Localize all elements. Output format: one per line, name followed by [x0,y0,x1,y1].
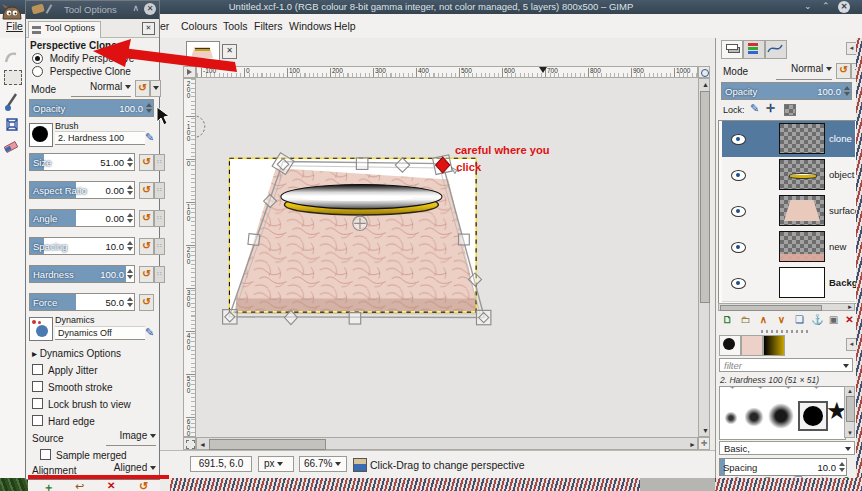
scroll-right-icon[interactable]: ► [689,439,696,450]
tab-layers[interactable] [721,40,743,59]
opacity-spinner[interactable] [843,84,850,99]
brush-preview-small[interactable]: + [814,386,819,392]
layer-name[interactable]: clone [829,133,852,144]
eraser-tool-icon[interactable] [4,138,20,154]
scroll-left-icon[interactable]: ◄ [199,439,206,450]
slider-spinner[interactable] [126,211,133,226]
tab-gradients[interactable] [763,335,785,356]
layer-thumbnail[interactable] [779,231,825,262]
visibility-eye-icon[interactable] [731,206,746,217]
scroll-up-icon[interactable]: ▲ [702,79,709,90]
brush-preview-star[interactable]: ★ [826,397,846,425]
mode-reset-button[interactable]: ↺ [836,63,851,79]
source-dropdown[interactable]: Image [106,430,156,446]
layer-row-background[interactable]: Backgro [722,265,855,302]
merge-layer-button[interactable]: ▣ [826,313,841,327]
brush-grid[interactable]: + + + + ★ [719,386,846,440]
layer-thumbnail[interactable] [779,123,825,154]
link-icon[interactable]: ∷ [154,238,165,255]
navigation-button[interactable]: ✛ [698,437,710,450]
brush-preview-fuzzy1[interactable] [724,411,738,425]
zoom-follow-window-button[interactable] [698,66,710,78]
brush-preview-fuzzy2[interactable] [744,407,764,427]
reset-options-button[interactable]: ↺ [139,480,148,491]
duplicate-layer-button[interactable]: ❏ [792,313,807,327]
menu-filters[interactable]: Filters [254,20,283,32]
aspect-ratio-slider[interactable]: Aspect Ratio 0.00 [29,181,135,199]
layer-thumbnail[interactable] [779,267,825,298]
layers-list-scrollbar[interactable]: ► [718,303,855,311]
restore-options-button[interactable]: ↩ [75,480,84,491]
reset-icon[interactable]: ↺ [139,266,154,283]
slider-spinner[interactable] [126,295,133,310]
horizontal-ruler[interactable]: -10001002003004005006007008009001000 [196,66,698,78]
scroll-down-icon[interactable]: ▼ [702,425,709,436]
layer-row-clone[interactable]: clone [722,121,855,158]
tab-patterns[interactable] [741,335,763,356]
lock-pixels-icon[interactable]: ✎ [750,102,759,115]
slider-spinner[interactable] [126,267,133,282]
edit-dynamics-icon[interactable]: ✎ [145,326,154,339]
brush-preview-small[interactable]: + [786,386,791,392]
vertical-scrollbar[interactable]: ▲ ▼ [698,78,710,437]
checkbox-lock-brush[interactable]: Lock brush to view [32,398,131,410]
dock-separator-handle[interactable] [761,330,811,333]
anchor-layer-button[interactable]: ⚓ [810,313,825,327]
visibility-eye-icon[interactable] [731,278,746,289]
reset-icon[interactable]: ↺ [139,294,154,311]
layer-row-object[interactable]: object [722,157,855,194]
horizontal-scroll-thumb[interactable] [209,439,326,450]
brush-preview-selected[interactable] [798,401,828,431]
layer-row-new[interactable]: new [722,229,855,266]
brush-scroll-thumb[interactable] [846,396,855,422]
zoom-dropdown[interactable]: 66.7% [299,456,347,472]
dynamics-entry[interactable]: Dynamics Off [55,326,145,340]
layer-opacity-slider[interactable]: Opacity 100.0 [721,82,852,100]
save-options-button[interactable]: ＋ [43,480,54,491]
layer-thumbnail[interactable] [779,195,825,226]
checkbox-sample-merged[interactable]: Sample merged [40,449,127,461]
checkbox-hard-edge[interactable]: Hard edge [32,415,95,427]
layer-mode-dropdown[interactable]: Normal [776,63,832,80]
brush-preview-small[interactable]: + [758,386,763,392]
brush-filter-input[interactable]: filter [719,358,853,372]
reset-icon[interactable]: ↺ [139,182,154,199]
slider-spinner[interactable] [126,155,133,170]
canvas-viewport[interactable]: careful where you click [196,78,698,437]
edit-brush-icon[interactable]: ✎ [145,131,154,144]
minimize-icon[interactable]: ⌄ [804,1,812,11]
angle-slider[interactable]: Angle 0.00 [29,209,135,227]
spacing-spinner[interactable] [838,460,845,475]
brush-grid-scrollbar[interactable]: ▲ ▼ [844,386,855,438]
perspective-tool-icon[interactable] [4,116,20,134]
layer-name[interactable]: new [829,241,846,252]
reset-icon[interactable]: ↺ [139,210,154,227]
spacing-slider[interactable]: Spacing 10.0 [29,237,135,255]
tab-brushes[interactable] [719,335,741,356]
dialog-close-icon[interactable]: ✕ [144,3,156,15]
slider-spinner[interactable] [126,183,133,198]
slider-spinner[interactable] [126,239,133,254]
collapse-icon[interactable]: ∧ [132,3,139,13]
link-icon[interactable]: ∷ [154,266,165,283]
vertical-scroll-thumb[interactable] [700,91,710,303]
delete-options-button[interactable]: ✕ [107,480,115,491]
brush-preview-small[interactable]: + [730,386,735,392]
raise-layer-button[interactable]: ∧ [756,313,771,327]
menu-tools[interactable]: Tools [223,20,248,32]
brush-tag-dropdown[interactable]: Basic, [719,441,855,455]
mode-reset-button[interactable]: ↺ [135,80,150,97]
checkbox-smooth-stroke[interactable]: Smooth stroke [32,381,112,393]
maximize-icon[interactable]: ⌃ [822,1,830,11]
unit-dropdown[interactable]: px [258,456,294,472]
tab-paths[interactable] [765,40,787,59]
opacity-spinner[interactable] [145,101,152,116]
reset-icon[interactable]: ↺ [139,154,154,171]
brush-name-entry[interactable]: 2. Hardness 100 [55,131,145,145]
quick-mask-toggle[interactable] [183,437,196,450]
delete-layer-button[interactable]: ✕ [842,313,857,327]
hardness-slider[interactable]: Hardness 100.0 [29,265,135,283]
visibility-eye-icon[interactable] [731,134,746,145]
rect-select-tool-icon[interactable] [4,70,22,85]
link-icon[interactable]: ∷ [154,182,165,199]
